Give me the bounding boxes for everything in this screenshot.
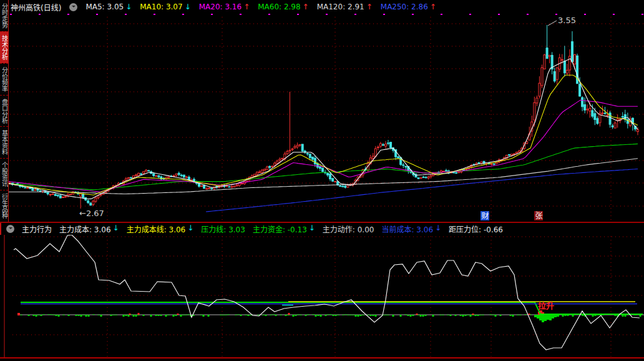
indicator-field: 距压力位: -0.66: [449, 224, 503, 234]
trend-arrow-icon: ↑: [243, 2, 250, 11]
svg-text:财: 财: [482, 212, 489, 220]
ma-value: MA20: 3.16: [199, 2, 242, 11]
trend-arrow-icon: ↑: [303, 2, 309, 11]
chevron-down-icon[interactable]: [69, 3, 77, 11]
rally-label: 拉升: [538, 301, 554, 310]
trend-arrow-icon: ↓: [435, 224, 441, 234]
event-badge-张[interactable]: 张: [534, 211, 543, 220]
indicator-field: 压力线: 3.03: [201, 224, 245, 234]
indicator-field-value: 主力成本线: 3.06: [127, 224, 186, 234]
low-label: ←2.67: [79, 209, 104, 218]
indicator-field-value: 距压力位: -0.66: [449, 224, 503, 234]
trend-arrow-icon: ↓: [125, 2, 132, 11]
bottom-border-line: [0, 357, 644, 359]
ma-legend-item-ma60: MA60: 2.98↑: [258, 2, 308, 11]
trend-arrow-icon: ↑: [430, 2, 436, 11]
indicator-field: 主力资金: -0.13↓: [253, 224, 315, 234]
ma-legend-item-ma250: MA250: 2.86↑: [381, 2, 436, 11]
ma-value: MA10: 3.07: [140, 2, 182, 11]
indicator-field-value: 当前成本: 3.06: [381, 224, 433, 234]
ma-legend: MA5: 3.05↓MA10: 3.07↓MA20: 3.16↑MA60: 2.…: [85, 2, 436, 11]
ma-line-ma5: [9, 59, 638, 199]
event-badge-财[interactable]: 财: [481, 211, 489, 220]
indicator-field: 主力成本线: 3.06↓: [127, 224, 194, 234]
indicator-field: 当前成本: 3.06↓: [381, 224, 441, 234]
ma-value: MA5: 3.05: [85, 2, 124, 11]
ma-line-ma250: [206, 169, 638, 212]
ma-line-ma20: [9, 100, 638, 192]
ma-value: MA250: 2.86: [381, 2, 428, 11]
indicator-field: 主力动作: 0.00: [323, 224, 374, 234]
trading-app-window: 分时走势技术分析分价频率盘口分析基本资料个股资讯衍生品种 神州高铁(日线) MA…: [0, 0, 644, 361]
trend-arrow-icon: ↓: [185, 2, 191, 11]
trend-arrow-icon: ↓: [187, 224, 193, 234]
ma-legend-item-ma5: MA5: 3.05↓: [85, 2, 132, 11]
ma-line-ma10: [9, 75, 638, 195]
indicator-title[interactable]: 主力行为: [22, 224, 52, 234]
high-label: 3.55: [558, 16, 576, 25]
symbol-title[interactable]: 神州高铁(日线): [11, 2, 61, 12]
main-force-indicator-chart[interactable]: 拉升: [0, 235, 644, 358]
trend-arrow-icon: ↓: [309, 224, 315, 234]
ma-value: MA60: 2.98: [258, 2, 300, 11]
indicator-field-value: 主力资金: -0.13: [253, 224, 307, 234]
indicator-field-value: 压力线: 3.03: [201, 224, 245, 234]
indicator-field-value: 主力成本: 3.06: [59, 224, 111, 234]
ma-value: MA120: 2.91: [317, 2, 364, 11]
indicator-field-value: 主力动作: 0.00: [323, 224, 374, 234]
ma-legend-item-ma20: MA20: 3.16↑: [199, 2, 250, 11]
trend-arrow-icon: ↓: [113, 224, 119, 234]
indicator-panel-header: 主力行为 主力成本: 3.06↓主力成本线: 3.06↓压力线: 3.03主力资…: [0, 223, 644, 235]
trend-arrow-icon: ↑: [366, 2, 373, 11]
svg-text:张: 张: [535, 212, 543, 220]
chart-header-bar: 神州高铁(日线) MA5: 3.05↓MA10: 3.07↓MA20: 3.16…: [9, 0, 644, 14]
main-candlestick-chart[interactable]: 3.55←2.67财张: [0, 15, 644, 222]
indicator-field: 主力成本: 3.06↓: [59, 224, 119, 234]
indicator-legend: 主力成本: 3.06↓主力成本线: 3.06↓压力线: 3.03主力资金: -0…: [59, 224, 503, 234]
ma-legend-item-ma120: MA120: 2.91↑: [317, 2, 373, 11]
chevron-down-icon[interactable]: [6, 225, 14, 233]
ma-legend-item-ma10: MA10: 3.07↓: [140, 2, 190, 11]
